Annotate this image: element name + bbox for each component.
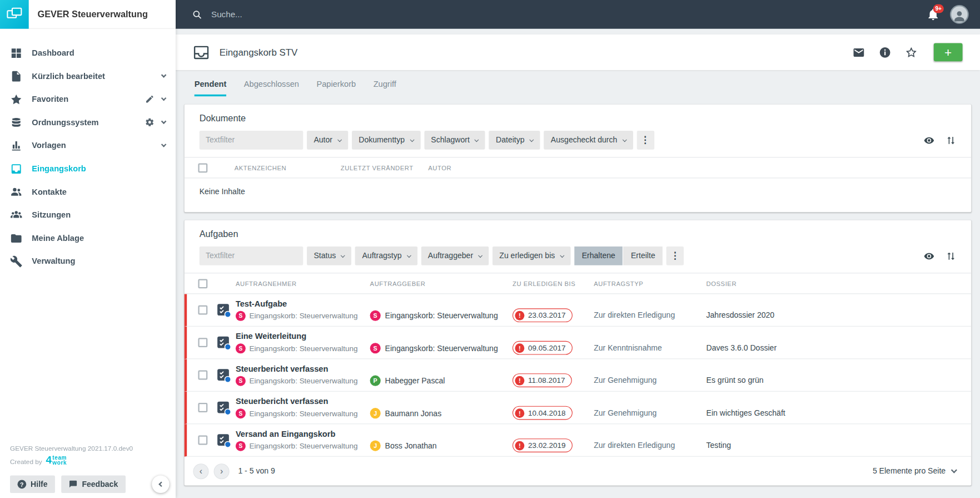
auftraggeber-cell: J Boss Jonathan [370, 441, 513, 456]
chevron-down-icon[interactable] [161, 142, 167, 147]
tab-bar: Pendent Abgeschlossen Papierkorb Zugriff [176, 70, 980, 96]
sidebar: GEVER Steuerverwaltung Dashboard Kürzlic… [0, 0, 176, 498]
avatar: J [370, 408, 381, 418]
task-row[interactable]: Steuerbericht verfassen S Eingangskorb: … [185, 359, 972, 391]
filter-dropdown[interactable]: Schlagwort [424, 131, 485, 150]
sidebar-item[interactable]: Dashboard [0, 41, 176, 65]
user-avatar[interactable] [950, 5, 969, 24]
column-header[interactable]: AUTOR [428, 164, 956, 171]
row-checkbox[interactable] [198, 436, 207, 445]
per-page-label: 5 Elemente pro Seite [873, 467, 946, 476]
filter-dropdown[interactable]: Status [307, 246, 351, 265]
more-filters-button[interactable]: ⋮ [636, 131, 654, 150]
edit-favorites-icon[interactable] [145, 95, 155, 104]
filter-dropdown[interactable]: Autor [307, 131, 348, 150]
feedback-button[interactable]: Feedback [61, 476, 125, 493]
filter-dropdown[interactable]: Auftragstyp [355, 246, 417, 265]
sidebar-item[interactable]: Vorlagen [0, 134, 176, 157]
help-button[interactable]: ? Hilfe [10, 476, 55, 493]
tab[interactable]: Papierkorb [316, 80, 356, 96]
chevron-down-icon[interactable] [161, 96, 167, 101]
chevron-down-icon[interactable] [161, 72, 167, 78]
sidebar-item[interactable]: Meine Ablage [0, 226, 176, 250]
task-title-link[interactable]: Steuerbericht verfassen [236, 397, 370, 406]
chevron-down-icon[interactable] [161, 119, 167, 124]
sidebar-item-icon [10, 255, 22, 267]
toggle-button[interactable]: Erteilte [623, 246, 663, 265]
column-header[interactable]: AUFTRAGNEHMER [236, 280, 370, 287]
sort-icon[interactable] [946, 250, 956, 261]
row-checkbox[interactable] [198, 403, 207, 412]
filter-dropdown[interactable]: Dateityp [489, 131, 540, 150]
due-date-badge: ! 09.05.2017 [513, 341, 573, 355]
sidebar-item[interactable]: Eingangskorb [0, 157, 176, 180]
row-checkbox[interactable] [198, 338, 207, 347]
search-input[interactable] [210, 9, 472, 19]
tab[interactable]: Pendent [195, 80, 227, 96]
toggle-button[interactable]: Erhaltene [574, 246, 623, 265]
tab[interactable]: Abgeschlossen [244, 80, 299, 96]
column-header[interactable]: AUFTRAGSTYP [594, 280, 706, 287]
notification-badge: 9+ [933, 4, 944, 13]
sidebar-item[interactable]: Kontakte [0, 180, 176, 204]
sidebar-item[interactable]: Ordnungssystem [0, 111, 176, 134]
aufgaben-textfilter-input[interactable] [200, 246, 304, 265]
sidebar-item[interactable]: Favoriten [0, 87, 176, 111]
info-icon[interactable] [879, 46, 891, 58]
task-title-link[interactable]: Test-Aufgabe [236, 299, 370, 308]
column-header[interactable]: ZU ERLEDIGEN BIS [513, 280, 594, 287]
filter-dropdown[interactable]: Ausgecheckt durch [544, 131, 633, 150]
empty-state: Keine Inhalte [185, 178, 972, 212]
due-date-badge: ! 10.04.2018 [513, 406, 573, 420]
task-row[interactable]: Eine Weiterleitung S Eingangskorb: Steue… [185, 327, 972, 359]
sidebar-item[interactable]: Verwaltung [0, 250, 176, 273]
brand-logo[interactable]: 4 team work [46, 456, 67, 466]
row-checkbox[interactable] [198, 371, 207, 380]
more-filters-button[interactable]: ⋮ [666, 246, 684, 265]
add-button[interactable]: + [934, 43, 963, 62]
filter-dropdown[interactable]: Zu erledigen bis [493, 246, 570, 265]
filter-dropdown[interactable]: Auftraggeber [421, 246, 489, 265]
select-all-checkbox[interactable] [198, 279, 207, 288]
sidebar-collapse-button[interactable] [152, 476, 169, 493]
dossier-cell: Daves 3.6.0 Dossier [707, 343, 957, 358]
dokumente-title: Dokumente [185, 105, 972, 125]
task-title-link[interactable]: Eine Weiterleitung [236, 332, 370, 341]
auftraggeber-cell: J Baumann Jonas [370, 408, 513, 423]
column-header[interactable]: AKTENZEICHEN [235, 164, 341, 171]
sidebar-item[interactable]: Sitzungen [0, 203, 176, 226]
auftragnehmer-name: Eingangskorb: Steuerverwaltung [250, 344, 358, 353]
pager-prev-button[interactable]: ‹ [193, 464, 208, 479]
column-header[interactable]: AUFTRAGGEBER [370, 280, 513, 287]
due-date: 23.03.2017 [528, 311, 566, 320]
column-header[interactable]: DOSSIER [707, 280, 957, 287]
pager-next-button[interactable]: › [214, 464, 230, 479]
notifications-button[interactable]: 9+ [926, 7, 940, 21]
filter-dropdown[interactable]: Dokumenttyp [352, 131, 420, 150]
task-title-link[interactable]: Versand an Eingangskorb [236, 429, 370, 438]
settings-gear-icon[interactable] [145, 117, 155, 127]
task-title-link[interactable]: Steuerbericht verfassen [236, 364, 370, 373]
tab[interactable]: Zugriff [374, 80, 396, 96]
mail-icon[interactable] [853, 46, 865, 58]
sidebar-item[interactable]: Kürzlich bearbeitet [0, 65, 176, 88]
sidebar-item-icon [10, 116, 22, 129]
sort-icon[interactable] [946, 135, 956, 145]
column-header[interactable]: ZULETZT VERÄNDERT [341, 164, 428, 171]
column-visibility-eye-icon[interactable] [924, 135, 934, 145]
column-visibility-eye-icon[interactable] [924, 250, 934, 261]
favorite-star-icon[interactable] [905, 46, 917, 58]
app-logo-icon[interactable] [0, 0, 29, 28]
task-icon [216, 400, 231, 415]
dokumente-textfilter-input[interactable] [200, 131, 304, 150]
task-row[interactable]: Steuerbericht verfassen S Eingangskorb: … [185, 392, 972, 424]
sidebar-item-icon [10, 162, 22, 175]
auftraggeber-name: Eingangskorb: Steuerverwaltung [385, 311, 498, 320]
select-all-checkbox[interactable] [198, 163, 207, 172]
task-row[interactable]: Test-Aufgabe S Eingangskorb: Steuerverwa… [185, 294, 972, 326]
task-row[interactable]: Versand an Eingangskorb S Eingangskorb: … [185, 424, 972, 456]
feedback-icon [69, 480, 78, 489]
per-page-select[interactable]: 5 Elemente pro Seite [873, 467, 956, 476]
created-by-line: Created by 4 team work [10, 456, 170, 466]
row-checkbox[interactable] [198, 305, 207, 315]
